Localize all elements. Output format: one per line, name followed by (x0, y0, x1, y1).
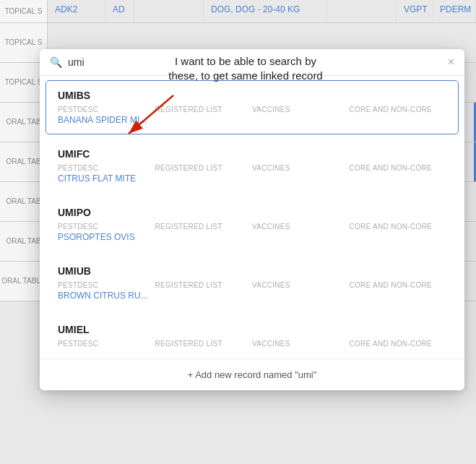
pestdesc-label: PESTDESC (58, 164, 155, 172)
core-col: CORE AND NON-CORE (350, 340, 447, 349)
search-bar: 🔍 × (40, 49, 464, 76)
registered-list-label: REGISTERED LIST (155, 164, 253, 172)
pestdesc-col: PESTDESC CITRUS FLAT MITE (58, 164, 155, 184)
result-item-umiub[interactable]: UMIUB PESTDESC BROWN CITRUS RU... REGIST… (46, 256, 459, 310)
add-new-record[interactable]: + Add new record named "umi" (40, 358, 464, 390)
core-label: CORE AND NON-CORE (350, 340, 447, 348)
table-cell: DOG, DOG - 20-40 KG (204, 0, 327, 22)
result-item-umifc[interactable]: UMIFC PESTDESC CITRUS FLAT MITE REGISTER… (46, 139, 459, 193)
registered-list-label: REGISTERED LIST (155, 106, 253, 113)
registered-list-col: REGISTERED LIST (155, 164, 253, 184)
pestdesc-label: PESTDESC (58, 281, 155, 289)
pestdesc-value: BROWN CITRUS RU... (58, 291, 155, 301)
result-code: UMIBS (58, 90, 446, 101)
result-columns: PESTDESC REGISTERED LIST VACCINES CORE A… (58, 340, 446, 349)
result-columns: PESTDESC PSOROPTES OVIS REGISTERED LIST … (58, 223, 446, 242)
vaccines-label: VACCINES (252, 281, 350, 289)
registered-list-label: REGISTERED LIST (155, 340, 253, 348)
table-cell: VGPT (397, 0, 433, 22)
core-col: CORE AND NON-CORE (350, 281, 447, 301)
vaccines-label: VACCINES (252, 106, 350, 113)
table-cell: PDERM (433, 0, 476, 22)
table-cell (327, 0, 397, 22)
result-columns: PESTDESC BANANA SPIDER MI... REGISTERED … (58, 106, 446, 125)
result-code: UMIUB (58, 265, 446, 277)
vaccines-col: VACCINES (252, 164, 350, 184)
core-label: CORE AND NON-CORE (350, 164, 447, 172)
core-col: CORE AND NON-CORE (350, 223, 447, 242)
vaccines-label: VACCINES (252, 164, 350, 172)
results-list: UMIBS PESTDESC BANANA SPIDER MI... REGIS… (40, 76, 464, 358)
registered-list-col: REGISTERED LIST (155, 223, 253, 242)
table-header-row: TOPICAL S ADK2 AD DOG, DOG - 20-40 KG VG… (0, 0, 476, 23)
core-label: CORE AND NON-CORE (350, 281, 447, 289)
registered-list-col: REGISTERED LIST (155, 281, 253, 301)
pestdesc-value: CITRUS FLAT MITE (58, 173, 155, 184)
result-code: UMIPO (58, 207, 446, 218)
pestdesc-label: PESTDESC (58, 106, 155, 113)
core-col: CORE AND NON-CORE (350, 106, 447, 125)
table-cell: AD (105, 0, 134, 22)
search-modal: 🔍 × UMIBS PESTDESC BANANA SPIDER MI... R… (40, 49, 464, 390)
sidebar-cell: TOPICAL S (0, 0, 48, 22)
vaccines-col: VACCINES (252, 340, 350, 349)
table-cell (134, 0, 204, 22)
vaccines-col: VACCINES (252, 281, 350, 301)
core-col: CORE AND NON-CORE (350, 164, 447, 184)
registered-list-label: REGISTERED LIST (155, 223, 253, 231)
result-columns: PESTDESC BROWN CITRUS RU... REGISTERED L… (58, 281, 446, 301)
registered-list-col: REGISTERED LIST (155, 340, 253, 349)
close-button[interactable]: × (448, 56, 454, 68)
result-item-umipo[interactable]: UMIPO PESTDESC PSOROPTES OVIS REGISTERED… (46, 197, 459, 252)
pestdesc-col: PESTDESC BANANA SPIDER MI... (58, 106, 155, 125)
registered-list-label: REGISTERED LIST (155, 281, 253, 289)
pestdesc-col: PESTDESC (58, 340, 155, 349)
pestdesc-col: PESTDESC PSOROPTES OVIS (58, 223, 155, 242)
core-label: CORE AND NON-CORE (350, 223, 447, 231)
result-item-umibs[interactable]: UMIBS PESTDESC BANANA SPIDER MI... REGIS… (46, 80, 459, 134)
result-item-umiel[interactable]: UMIEL PESTDESC REGISTERED LIST VACCINES … (46, 314, 459, 354)
core-label: CORE AND NON-CORE (350, 106, 447, 113)
pestdesc-col: PESTDESC BROWN CITRUS RU... (58, 281, 155, 301)
pestdesc-value: PSOROPTES OVIS (58, 232, 155, 242)
search-input[interactable] (68, 56, 454, 68)
result-columns: PESTDESC CITRUS FLAT MITE REGISTERED LIS… (58, 164, 446, 184)
registered-list-col: REGISTERED LIST (155, 106, 253, 125)
pestdesc-label: PESTDESC (58, 340, 155, 348)
result-code: UMIEL (58, 324, 446, 335)
vaccines-label: VACCINES (252, 223, 350, 231)
pestdesc-value: BANANA SPIDER MI... (58, 115, 155, 125)
vaccines-label: VACCINES (252, 340, 350, 348)
vaccines-col: VACCINES (252, 106, 350, 125)
result-code: UMIFC (58, 148, 446, 160)
vaccines-col: VACCINES (252, 223, 350, 242)
table-cell: ADK2 (48, 0, 105, 22)
search-icon: 🔍 (50, 56, 62, 68)
pestdesc-label: PESTDESC (58, 223, 155, 231)
